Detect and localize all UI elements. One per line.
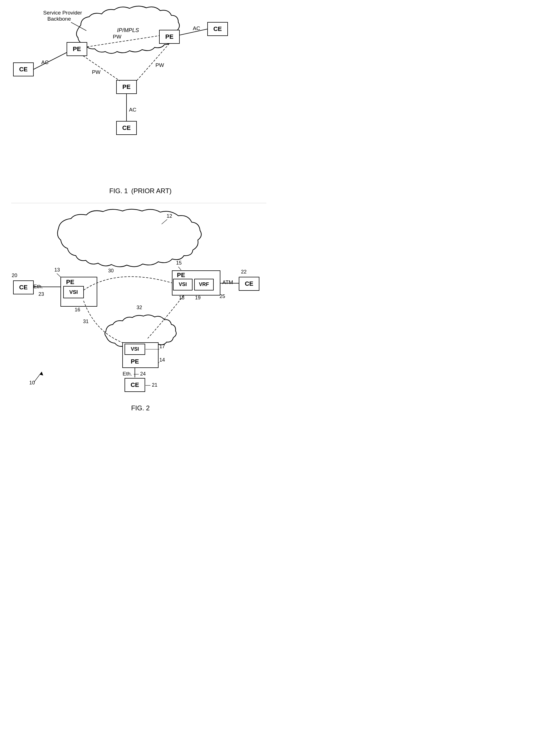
ref15-label: 15 [176,260,182,266]
ref10-label: 10 [29,380,35,386]
svg-line-1 [34,372,42,382]
ref14-label: 14 [159,357,165,363]
eth-bottom-label: Eth. [123,371,132,376]
svg-line-0 [71,22,86,31]
ce-upper-right-label: CE [213,25,222,32]
page: Service Provider Backbone IP/MPLS PE PE … [0,0,278,417]
ref13-label: 13 [54,267,60,273]
svg-line-4 [57,274,61,277]
cloud-fig2 [57,209,201,267]
ref16-label: 16 [75,307,80,313]
vsi-left-label: VSI [69,289,78,295]
ac-left [34,52,67,69]
ref31-label: 31 [83,319,89,324]
ce-left-label: CE [19,66,28,73]
fig1-label: FIG. 1(PRIOR ART) [0,184,278,200]
ac-upper-right-label: AC [193,25,200,31]
ref17-label: 17 [159,344,165,349]
eth-left-label: Eth. [34,283,43,289]
fig2-label: FIG. 2 [0,401,278,417]
ip-mpls-label: IP/MPLS [117,27,139,33]
backbone-label: Backbone [47,16,71,22]
fig1-subtitle: (PRIOR ART) [131,187,172,195]
ref12-label: 12 [167,213,172,219]
ac-bottom-label: AC [129,107,136,113]
figure-2-section: 10 12 13 PE VSI 16 CE 20 E [0,206,278,401]
ref32-label: 32 [136,305,142,310]
pw-left-bottom [83,56,120,81]
figure-1-section: Service Provider Backbone IP/MPLS PE PE … [0,0,278,184]
svg-line-3 [162,220,167,224]
ref22-label: 22 [241,269,247,275]
ref21-label: — 21 [145,382,158,388]
vsi-bottom-label: VSI [131,346,139,352]
pw-left-bottom2 [84,301,123,343]
vrf-right-label: VRF [199,282,209,287]
ref23-label: 23 [38,291,44,297]
ref24-label: — 24 [134,371,146,376]
ref30-label: 30 [108,268,114,274]
fig1-title: FIG. 1 [109,187,128,195]
ref19-label: 19 [195,295,201,301]
pe-left-label: PE [73,45,81,52]
pw-right-bottom2 [148,295,184,339]
ce-right-label: CE [245,280,254,287]
service-provider-label: Service Provider [43,10,82,15]
pw-right-bottom-label: PW [156,62,164,68]
ce-bottom-label: CE [122,124,131,131]
ref25-label: 25 [220,293,225,299]
pe-left-label2: PE [66,278,74,285]
atm-label: ATM [222,279,233,285]
pe-bottom-label: PE [122,83,130,90]
ac-left-label: AC [41,59,48,65]
fig2-title: FIG. 2 [131,404,150,412]
pw-left-right [87,36,159,47]
pw-top-label: PW [113,34,122,40]
pw-left-bottom-label: PW [92,69,100,75]
ce-left-label2: CE [19,284,28,291]
vsi-right-label: VSI [179,282,187,287]
pe-bottom-label2: PE [131,358,139,365]
pe-right-label: PE [165,33,173,40]
section-divider [11,203,266,203]
pe-right-label2: PE [177,272,185,278]
ref20-label: 20 [12,273,17,278]
svg-line-5 [178,267,181,270]
ce-bottom-label2: CE [131,381,139,388]
